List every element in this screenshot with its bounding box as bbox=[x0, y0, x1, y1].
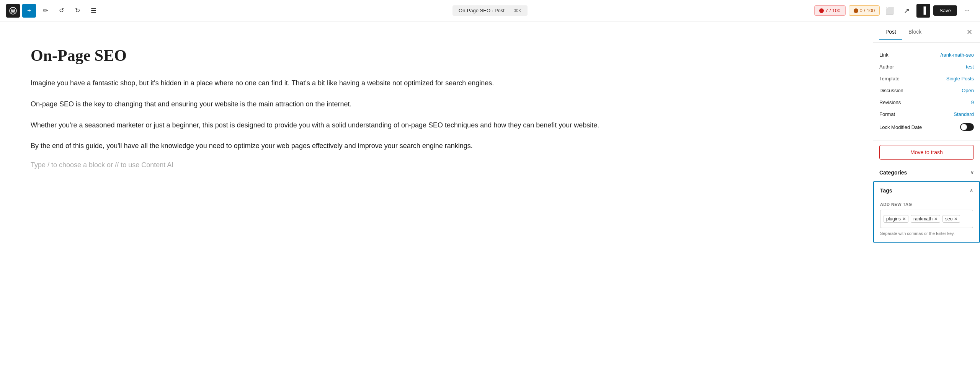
tags-chevron-icon: ∧ bbox=[970, 188, 973, 193]
tab-post[interactable]: Post bbox=[879, 24, 902, 40]
wordpress-logo[interactable]: W bbox=[6, 4, 20, 18]
move-to-trash-button[interactable]: Move to trash bbox=[879, 145, 974, 160]
toolbar-right: 7 / 100 0 / 100 ⬜ ↗ ▐ Save ··· bbox=[814, 4, 974, 18]
author-row: Author test bbox=[879, 61, 974, 73]
paragraph-0[interactable]: Imagine you have a fantastic shop, but i… bbox=[31, 77, 842, 89]
readability-score-text: 0 / 100 bbox=[860, 8, 875, 13]
tag-chip-plugins: plugins ✕ bbox=[884, 215, 908, 223]
main-layout: On-Page SEO Imagine you have a fantastic… bbox=[0, 21, 980, 383]
external-link-icon: ↗ bbox=[904, 7, 910, 15]
settings-panel-button[interactable]: ▐ bbox=[916, 4, 930, 18]
tag-chip-rankmath-text: rankmath bbox=[913, 216, 933, 222]
close-sidebar-button[interactable]: ✕ bbox=[965, 26, 974, 38]
tag-chip-rankmath-remove[interactable]: ✕ bbox=[934, 217, 938, 222]
template-label: Template bbox=[879, 76, 900, 81]
editor-placeholder[interactable]: Type / to choose a block or // to use Co… bbox=[31, 161, 842, 169]
categories-header[interactable]: Categories ∨ bbox=[873, 164, 980, 181]
pencil-icon: ✏ bbox=[43, 7, 48, 14]
toolbar: W ＋ ✏ ↺ ↻ ☰ On-Page SEO · Post ⌘K 7 / 10… bbox=[0, 0, 980, 21]
sidebar-content: Link /rank-math-seo Author test Template… bbox=[873, 43, 980, 383]
tags-body: ADD NEW TAG plugins ✕ rankmath ✕ seo ✕ bbox=[874, 199, 979, 242]
paragraph-3[interactable]: By the end of this guide, you'll have al… bbox=[31, 140, 842, 152]
link-value[interactable]: /rank-math-seo bbox=[941, 52, 974, 58]
seo-score-icon bbox=[819, 8, 824, 13]
preview-button[interactable]: ↗ bbox=[900, 4, 913, 18]
lock-modified-date-row: Lock Modified Date bbox=[879, 120, 974, 134]
tags-header[interactable]: Tags ∧ bbox=[874, 182, 979, 199]
author-label: Author bbox=[879, 64, 894, 70]
paragraph-2[interactable]: Whether you're a seasoned marketer or ju… bbox=[31, 119, 842, 131]
paragraph-1[interactable]: On-page SEO is the key to changing that … bbox=[31, 98, 842, 110]
format-value[interactable]: Standard bbox=[954, 111, 974, 117]
sidebar-header: Post Block ✕ bbox=[873, 21, 980, 43]
tag-chip-plugins-remove[interactable]: ✕ bbox=[902, 217, 906, 222]
link-label: Link bbox=[879, 52, 889, 58]
lock-modified-date-toggle[interactable] bbox=[960, 123, 974, 131]
format-row: Format Standard bbox=[879, 108, 974, 120]
sidebar: Post Block ✕ Link /rank-math-seo Author … bbox=[873, 21, 980, 383]
template-row: Template Single Posts bbox=[879, 73, 974, 85]
categories-chevron-icon: ∨ bbox=[970, 170, 974, 175]
discussion-value[interactable]: Open bbox=[962, 88, 974, 93]
toggle-knob bbox=[961, 124, 967, 130]
author-value[interactable]: test bbox=[966, 64, 974, 70]
keyboard-shortcut: ⌘K bbox=[514, 8, 521, 13]
discussion-label: Discussion bbox=[879, 88, 903, 93]
tag-chip-seo-text: seo bbox=[945, 216, 952, 222]
redo-icon: ↻ bbox=[75, 7, 80, 14]
tag-chip-plugins-text: plugins bbox=[886, 216, 901, 222]
readability-score-badge[interactable]: 0 / 100 bbox=[849, 5, 880, 16]
svg-text:W: W bbox=[11, 8, 15, 14]
edit-mode-button[interactable]: ✏ bbox=[38, 4, 52, 18]
revisions-label: Revisions bbox=[879, 99, 901, 105]
editor-area[interactable]: On-Page SEO Imagine you have a fantastic… bbox=[0, 21, 873, 383]
tab-block[interactable]: Block bbox=[902, 24, 928, 40]
toolbar-left: W ＋ ✏ ↺ ↻ ☰ bbox=[6, 4, 100, 18]
more-options-button[interactable]: ··· bbox=[960, 4, 974, 18]
categories-section: Categories ∨ bbox=[873, 164, 980, 181]
template-value[interactable]: Single Posts bbox=[946, 76, 974, 81]
link-row: Link /rank-math-seo bbox=[879, 49, 974, 61]
desktop-icon: ⬜ bbox=[885, 7, 894, 15]
undo-icon: ↺ bbox=[59, 7, 64, 14]
toolbar-center: On-Page SEO · Post ⌘K bbox=[452, 5, 528, 16]
tags-label: Tags bbox=[880, 187, 892, 194]
add-block-button[interactable]: ＋ bbox=[22, 4, 36, 18]
readability-score-icon bbox=[854, 8, 858, 13]
plus-icon: ＋ bbox=[26, 7, 32, 15]
list-view-button[interactable]: ☰ bbox=[87, 4, 100, 18]
revisions-row: Revisions 9 bbox=[879, 96, 974, 108]
list-icon: ☰ bbox=[91, 7, 96, 14]
tag-chip-rankmath: rankmath ✕ bbox=[911, 215, 940, 223]
post-info-text: On-Page SEO · Post bbox=[459, 8, 505, 13]
tags-hint: Separate with commas or the Enter key. bbox=[880, 231, 973, 236]
meta-section: Link /rank-math-seo Author test Template… bbox=[873, 43, 980, 140]
post-info-pill[interactable]: On-Page SEO · Post ⌘K bbox=[452, 5, 528, 16]
format-label: Format bbox=[879, 111, 895, 117]
undo-button[interactable]: ↺ bbox=[54, 4, 68, 18]
seo-score-badge[interactable]: 7 / 100 bbox=[814, 5, 846, 16]
categories-label: Categories bbox=[879, 169, 907, 176]
add-tag-label: ADD NEW TAG bbox=[880, 202, 973, 207]
tag-chip-seo: seo ✕ bbox=[942, 215, 960, 223]
save-button[interactable]: Save bbox=[933, 5, 957, 16]
post-title[interactable]: On-Page SEO bbox=[31, 46, 842, 65]
view-mode-button[interactable]: ⬜ bbox=[883, 4, 897, 18]
post-content: Imagine you have a fantastic shop, but i… bbox=[31, 77, 842, 152]
lock-label: Lock Modified Date bbox=[879, 124, 922, 130]
seo-score-text: 7 / 100 bbox=[825, 8, 841, 13]
sidebar-icon: ▐ bbox=[921, 7, 926, 15]
discussion-row: Discussion Open bbox=[879, 85, 974, 96]
redo-button[interactable]: ↻ bbox=[70, 4, 84, 18]
revisions-value[interactable]: 9 bbox=[971, 99, 974, 105]
tag-chip-seo-remove[interactable]: ✕ bbox=[954, 217, 957, 222]
tags-input-area[interactable]: plugins ✕ rankmath ✕ seo ✕ bbox=[880, 210, 973, 228]
tags-section: Tags ∧ ADD NEW TAG plugins ✕ rankmath ✕ bbox=[873, 181, 980, 243]
ellipsis-icon: ··· bbox=[964, 7, 970, 15]
